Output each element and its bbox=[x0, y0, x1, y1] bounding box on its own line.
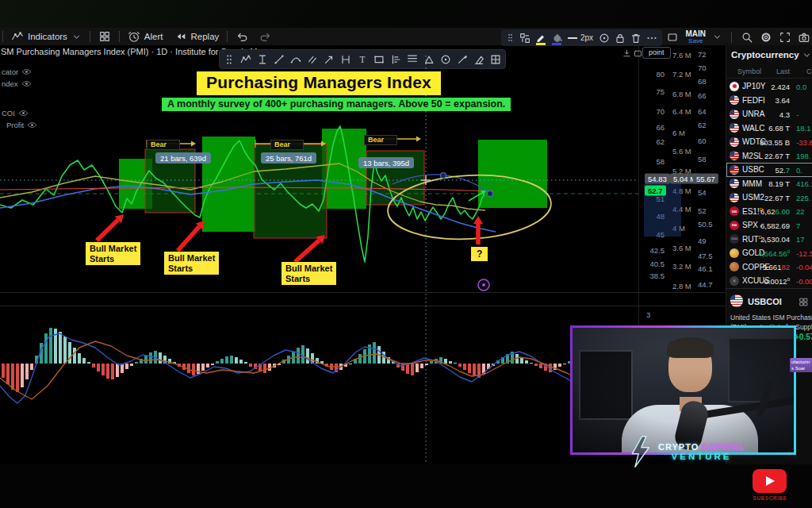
us-symbol-icon bbox=[730, 137, 739, 147]
column-last[interactable]: Last bbox=[776, 67, 790, 75]
video-background-top bbox=[0, 0, 812, 28]
red-arrows bbox=[97, 214, 483, 262]
watchlist-row-wdtc[interactable]: WDTC803.55 B-33.8 bbox=[726, 135, 812, 149]
pattern-tool-icon[interactable] bbox=[239, 53, 252, 66]
price-tick: 7.2 M bbox=[672, 70, 691, 79]
detail-grid-icon[interactable] bbox=[799, 297, 809, 307]
symbol-name: MMM bbox=[742, 179, 762, 188]
point-unit-button[interactable]: point bbox=[642, 47, 671, 59]
layout-save-label[interactable]: Save bbox=[688, 37, 703, 44]
price-tick: 80 bbox=[656, 70, 665, 79]
legend-item[interactable]: COI bbox=[2, 108, 29, 118]
settings-gear-icon[interactable] bbox=[760, 31, 772, 44]
pen-tool-icon[interactable] bbox=[456, 53, 469, 66]
redo-button[interactable] bbox=[254, 28, 278, 45]
measurement-badge[interactable]: 21 bars, 639d bbox=[155, 152, 211, 164]
quick-search-icon[interactable] bbox=[741, 31, 753, 44]
indicators-button[interactable]: Indicators bbox=[6, 28, 87, 45]
bull-market-label[interactable]: Bull MarketStarts bbox=[164, 252, 219, 275]
watchlist-header[interactable]: Cryptocurrency bbox=[726, 48, 812, 61]
bear-label[interactable]: Bear bbox=[147, 140, 180, 150]
detail-symbol[interactable]: USBCOI bbox=[748, 297, 782, 306]
undo-button[interactable] bbox=[230, 28, 254, 45]
eraser-tool-icon[interactable] bbox=[473, 53, 485, 66]
chevron-down-icon[interactable] bbox=[71, 32, 82, 42]
watchlist-row-mmm[interactable]: MMM8.19 T416.1 bbox=[726, 177, 812, 191]
arrow-tool-icon[interactable] bbox=[323, 53, 335, 66]
change-value: 7 bbox=[796, 221, 812, 230]
snapshot-camera-icon[interactable] bbox=[798, 31, 810, 44]
watchlist-row-xcuus[interactable]: ✕XCUUS0.00120-0.000 bbox=[726, 274, 812, 288]
drag-handle-icon[interactable] bbox=[505, 33, 515, 43]
text-tool-icon[interactable]: T bbox=[356, 53, 369, 66]
drawing-edit-toolbar: 2px bbox=[501, 29, 662, 46]
triangle-tool-icon[interactable] bbox=[423, 53, 435, 66]
watchlist-row-walc[interactable]: WALC6.68 T18.1 bbox=[726, 121, 812, 136]
bear-label[interactable]: Bear bbox=[364, 135, 397, 145]
pane-divider[interactable] bbox=[0, 306, 726, 306]
news-headline-chip[interactable]: ufacturin s Soar bbox=[790, 358, 812, 372]
grid-tool-icon[interactable] bbox=[489, 53, 502, 66]
layout-icon[interactable] bbox=[666, 31, 679, 44]
layout-select[interactable]: MAIN Save bbox=[685, 30, 706, 44]
circle-tool-icon[interactable] bbox=[439, 53, 452, 66]
style-settings-icon[interactable] bbox=[598, 32, 611, 44]
volume-profile-tool-icon[interactable] bbox=[389, 53, 402, 66]
column-symbol[interactable]: Symbol bbox=[737, 67, 761, 75]
youtube-subscribe-button[interactable] bbox=[753, 469, 787, 493]
scale-arrow-icon[interactable] bbox=[622, 48, 632, 59]
watchlist-row-m2sl[interactable]: M2SL22.67 T198. bbox=[726, 149, 812, 164]
screen: Indicators Alert Replay 2px bbox=[0, 0, 812, 508]
watchlist-row-fedfi[interactable]: FEDFI3.64 bbox=[726, 94, 812, 108]
measurement-badge[interactable]: 25 bars, 761d bbox=[261, 152, 316, 164]
watchlist-row-jp10y[interactable]: JP10Y2.4240.0 bbox=[726, 79, 812, 94]
replay-button[interactable]: Replay bbox=[169, 28, 225, 45]
line-weight-button[interactable]: 2px bbox=[566, 29, 595, 47]
pane-divider[interactable] bbox=[0, 292, 726, 293]
trash-icon[interactable] bbox=[630, 32, 642, 44]
curve-tool-icon[interactable] bbox=[289, 53, 302, 66]
eye-icon[interactable] bbox=[27, 120, 37, 130]
fill-color-bucket-icon[interactable] bbox=[550, 32, 563, 44]
parallel-channel-tool-icon[interactable] bbox=[406, 53, 419, 66]
price-range-tool-icon[interactable] bbox=[256, 53, 269, 66]
more-options-icon[interactable] bbox=[645, 32, 658, 44]
bars-pattern-tool-icon[interactable] bbox=[339, 53, 352, 66]
watchlist-row-rut[interactable]: 2000RUTD •2,530.0417 bbox=[726, 233, 812, 247]
grid-layout-button[interactable] bbox=[93, 28, 117, 45]
bull-market-label[interactable]: Bull MarketStarts bbox=[86, 242, 140, 265]
fullscreen-icon[interactable] bbox=[779, 31, 791, 44]
bear-label[interactable]: Bear bbox=[270, 140, 304, 150]
eye-icon[interactable] bbox=[21, 67, 32, 77]
line-color-pencil-icon[interactable] bbox=[534, 32, 547, 44]
legend-label: cator bbox=[2, 67, 18, 76]
eye-icon[interactable] bbox=[21, 79, 32, 89]
watchlist-row-gold[interactable]: GOLD4,664.560-12.3 bbox=[726, 246, 812, 260]
legend-item[interactable]: Profit bbox=[6, 120, 37, 130]
column-change[interactable]: C bbox=[806, 67, 812, 75]
object-tree-icon[interactable] bbox=[519, 32, 531, 44]
watchlist-chevron-icon[interactable] bbox=[802, 50, 812, 60]
watchlist-row-usm2[interactable]: USM222.67 T225. bbox=[726, 190, 812, 205]
price-tick: 60 bbox=[698, 137, 707, 145]
measurement-badge[interactable]: 13 bars, 395d bbox=[358, 157, 414, 168]
drawing-toolbar: T bbox=[219, 49, 506, 69]
bull-market-label[interactable]: Bull MarketStarts bbox=[282, 262, 336, 285]
watchlist-row-usbc[interactable]: USBC52.70. bbox=[726, 163, 812, 177]
alert-button[interactable]: Alert bbox=[122, 28, 169, 45]
watchlist-row-es1[interactable]: 500ES1!D6,626.0022 bbox=[726, 205, 812, 219]
watchlist-row-unra[interactable]: UNRA4.3- bbox=[726, 107, 812, 121]
layout-chevron-icon[interactable] bbox=[712, 32, 722, 42]
rectangle-tool-icon[interactable] bbox=[373, 53, 385, 66]
hatch-tool-icon[interactable] bbox=[306, 53, 319, 66]
trend-line-tool-icon[interactable] bbox=[273, 53, 285, 66]
watchlist-row-spx[interactable]: 500SPX •6,582.697 bbox=[726, 218, 812, 233]
eye-icon[interactable] bbox=[18, 108, 29, 118]
legend-item[interactable]: cator bbox=[2, 67, 32, 77]
legend-item[interactable]: ndex bbox=[2, 79, 32, 89]
watchlist-row-coppe[interactable]: COPPE5.66182-0.04 bbox=[726, 260, 812, 275]
drag-handle-icon[interactable] bbox=[223, 53, 236, 66]
indicators-icon bbox=[11, 30, 24, 43]
watchlist-title[interactable]: Cryptocurrency bbox=[731, 50, 799, 60]
lock-icon[interactable] bbox=[614, 32, 626, 44]
